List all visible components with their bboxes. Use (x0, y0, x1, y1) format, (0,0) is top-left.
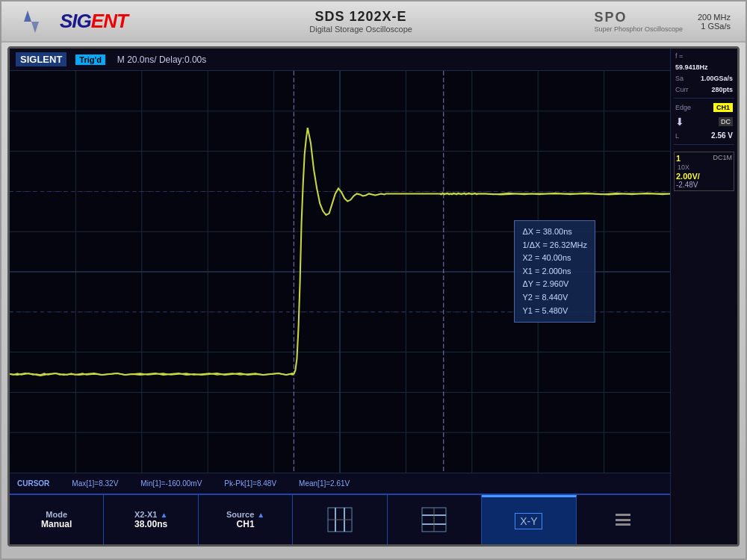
more-icon (614, 511, 632, 529)
top-brand-bar: SIGENT SDS 1202X-E Digital Storage Oscil… (1, 1, 746, 43)
siglent-logo-icon (16, 7, 54, 37)
x-cursor-button[interactable] (293, 495, 387, 544)
x2x1-arrow-icon: ▲ (160, 511, 167, 519)
xy-cursor-icon: X-Y (515, 513, 542, 529)
svg-marker-0 (20, 10, 31, 33)
cursor-x1: X1 = 2.000ns (522, 265, 587, 279)
svg-rect-35 (616, 514, 630, 516)
time-div-info: M 20.0ns/ Delay:0.00s (117, 55, 206, 65)
model-sub: Digital Storage Oscilloscope (309, 25, 412, 34)
source-label-top: Source (226, 510, 254, 519)
screen-area: SIGLENT Trig'd M 20.0ns/ Delay:0.00s ▼ ◀… (10, 49, 670, 544)
mode-label-top: Mode (46, 510, 67, 519)
cursor-y2: Y2 = 8.440V (522, 291, 587, 305)
source-value: CH1 (237, 519, 255, 529)
channel-block: 1 DC1M 10X 2.00V/ -2.48V (674, 152, 734, 191)
svg-rect-36 (616, 519, 630, 521)
dc1m-badge: DC1M (713, 154, 732, 163)
sample-rate-row: Sa 1.00GSa/s (674, 74, 734, 83)
curr-row: Curr 280pts (674, 85, 734, 94)
cursor-inv-dx: 1/ΔX = 26.32MHz (522, 239, 587, 252)
x2x1-button[interactable]: X2-X1 ▲ 38.00ns (104, 495, 198, 544)
xy-cursor-button[interactable]: X-Y (482, 495, 576, 544)
x2x1-label-top: X2-X1 (134, 510, 158, 519)
l-label: L (675, 132, 679, 140)
oscilloscope-body: SIGLENT Trig'd M 20.0ns/ Delay:0.00s ▼ ◀… (7, 46, 740, 547)
panel-divider-1 (674, 98, 734, 99)
curr-label: Curr (675, 86, 689, 93)
pkpk-measurement: Pk-Pk[1]=8.48V (224, 479, 276, 488)
max-measurement: Max[1]=8.32V (72, 479, 118, 488)
source-button[interactable]: Source ▲ CH1 (199, 495, 293, 544)
edge-label: Edge (675, 104, 691, 111)
right-panel: f = 59.9418Hz Sa 1.00GSa/s Curr 280pts E… (670, 49, 737, 544)
freq-mhz: 200 MHz (698, 13, 731, 22)
freq-info: 200 MHz 1 GSa/s (698, 13, 731, 31)
freq-label: f = (675, 52, 683, 60)
mode-label-bottom: Manual (41, 519, 72, 529)
cursor-x2: X2 = 40.00ns (522, 252, 587, 265)
y-cursor-button[interactable] (388, 495, 482, 544)
l-value: 2.56 V (711, 131, 733, 140)
ten-x-label: 10X (678, 164, 689, 171)
panel-divider-2 (674, 144, 734, 145)
cursor-dx: ΔX = 38.00ns (522, 225, 587, 239)
source-arrow-icon: ▲ (257, 511, 264, 519)
spo-logo: SPO (594, 10, 683, 25)
ch1-badge: CH1 (713, 103, 733, 112)
cursor-label: CURSOR (17, 479, 49, 488)
brand-name: SIGENT (60, 10, 128, 33)
svg-rect-37 (616, 523, 630, 526)
oscilloscope-frame: SIGENT SDS 1202X-E Digital Storage Oscil… (0, 0, 747, 560)
siglent-screen-brand: SIGLENT (16, 52, 66, 66)
sa-value: 1.00GSa/s (701, 75, 733, 82)
offset-value: -2.48V (676, 181, 732, 189)
edge-row: Edge CH1 (674, 102, 734, 113)
cursor-y1: Y1 = 5.480V (522, 305, 587, 318)
dc-badge: DC (719, 117, 733, 126)
cursor-info-box: ΔX = 38.00ns 1/ΔX = 26.32MHz X2 = 40.00n… (514, 220, 595, 323)
spo-sub: Super Phosphor Oscilloscope (594, 25, 683, 33)
mean-measurement: Mean[1]=2.61V (299, 479, 350, 488)
screen-header: SIGLENT Trig'd M 20.0ns/ Delay:0.00s (10, 49, 670, 71)
frequency-row: f = (674, 52, 734, 60)
brand-center: SDS 1202X-E Digital Storage Oscilloscope (309, 9, 412, 34)
fall-edge-icon: ⬇ (675, 116, 684, 128)
x2x1-value: 38.00ns (134, 519, 167, 529)
button-bar: Mode Manual X2-X1 ▲ 38.00ns Source ▲ CH1 (10, 494, 670, 544)
spo-section: SPO Super Phosphor Oscilloscope (594, 10, 683, 33)
x-cursor-icon (326, 506, 353, 533)
ch-number-label: 1 (676, 154, 681, 163)
curr-value: 280pts (711, 86, 733, 93)
waveform-display: ▼ ◀ 1 (10, 71, 670, 473)
min-measurement: Min[1]=-160.00mV (140, 479, 202, 488)
more-button[interactable] (577, 495, 670, 544)
trig-status-badge: Trig'd (75, 55, 105, 65)
brand-left: SIGENT (16, 7, 128, 37)
trigger-type-row: ⬇ DC (674, 115, 734, 128)
model-name: SDS 1202X-E (309, 9, 412, 25)
trigger-level-row: L 2.56 V (674, 131, 734, 140)
mode-button[interactable]: Mode Manual (10, 495, 104, 544)
cursor-dy: ΔY = 2.960V (522, 278, 587, 291)
sample-rate: 1 GSa/s (698, 22, 731, 31)
y-cursor-icon (421, 506, 447, 533)
measurement-status-bar: CURSOR Max[1]=8.32V Min[1]=-160.00mV Pk-… (10, 473, 670, 494)
sa-label: Sa (675, 75, 684, 82)
volt-div-value: 2.00V/ (676, 172, 732, 181)
freq-value: 59.9418Hz (675, 63, 708, 71)
